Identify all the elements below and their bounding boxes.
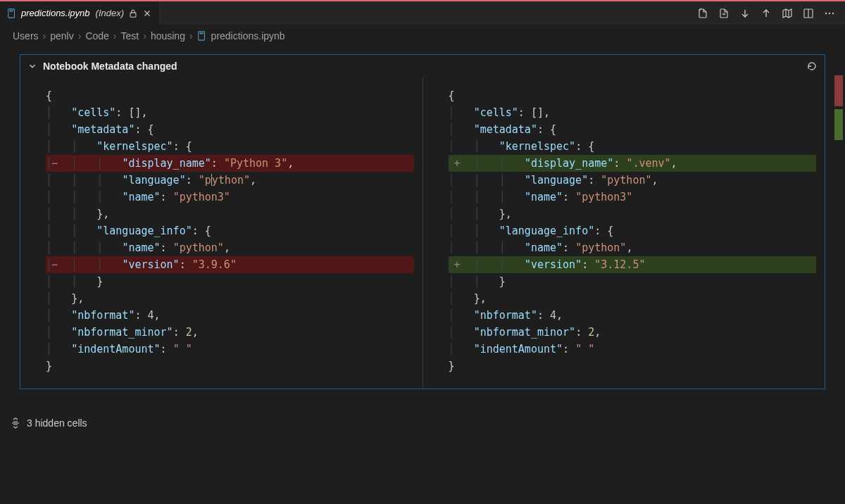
editor-actions [687,1,845,25]
go-to-file-icon[interactable] [718,8,730,19]
overview-mark-added [834,109,843,140]
svg-point-6 [829,12,830,13]
breadcrumb-segment[interactable]: Code [85,30,108,42]
chevron-right-icon: › [113,30,117,42]
chevron-right-icon: › [143,30,146,42]
arrow-up-icon[interactable] [760,8,772,19]
more-icon[interactable] [824,8,835,19]
hidden-cells-label: 3 hidden cells [27,417,87,429]
breadcrumb-segment[interactable]: Test [121,30,139,42]
tab-suffix: (Index) [96,8,124,18]
revert-icon[interactable] [806,61,818,72]
diff-body: {│ "cells": [],│ "metadata": {│ │ "kerne… [20,77,825,389]
unfold-icon [10,417,21,429]
chevron-down-icon [27,61,37,71]
close-icon[interactable] [142,8,152,18]
tab-filename: predictions.ipynb [21,8,90,18]
svg-rect-1 [10,10,13,11]
overview-ruler[interactable] [832,26,845,491]
breadcrumb-segment[interactable]: Users [13,30,39,42]
diff-pane-original[interactable]: {│ "cells": [],│ "metadata": {│ │ "kerne… [20,77,423,389]
lock-icon [128,8,138,18]
diff-cell: Notebook Metadata changed {│ "cells": []… [20,54,825,389]
breadcrumb-file[interactable]: predictions.ipynb [211,30,285,42]
svg-rect-2 [130,13,136,17]
chevron-right-icon: › [78,30,82,42]
chevron-right-icon: › [189,30,193,42]
tab-bar: predictions.ipynb (Index) [0,0,845,25]
arrow-down-icon[interactable] [739,8,751,19]
breadcrumb-segment[interactable]: housing [151,30,185,42]
diff-title: Notebook Metadata changed [43,61,177,72]
split-editor-icon[interactable] [803,8,814,19]
overview-mark-deleted [834,75,843,106]
chevron-right-icon: › [43,30,46,42]
notebook-file-icon [7,8,17,18]
svg-point-7 [832,12,834,13]
open-file-icon[interactable] [697,8,708,19]
map-icon[interactable] [782,8,793,19]
svg-rect-9 [199,33,203,34]
svg-point-5 [825,12,827,13]
breadcrumb[interactable]: Users › penlv › Code › Test › housing › … [0,25,845,47]
hidden-cells-indicator[interactable]: 3 hidden cells [0,410,845,436]
editor-tab[interactable]: predictions.ipynb (Index) [0,1,160,25]
diff-pane-modified[interactable]: {│ "cells": [],│ "metadata": {│ │ "kerne… [423,77,825,389]
notebook-file-icon [197,30,207,42]
diff-header[interactable]: Notebook Metadata changed [20,55,825,77]
breadcrumb-segment[interactable]: penlv [50,30,73,42]
